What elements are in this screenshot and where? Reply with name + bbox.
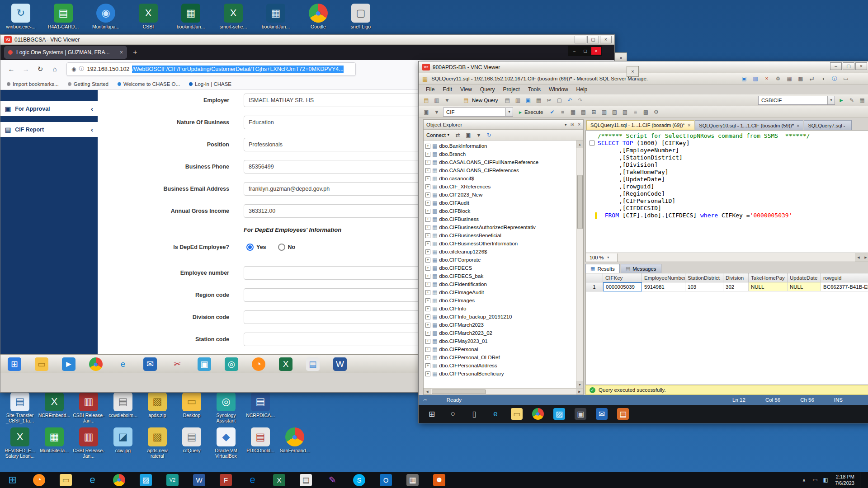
expand-icon[interactable] <box>425 331 430 336</box>
desktop-icon-desktop-folder[interactable]: ▭ Desktop <box>175 392 209 423</box>
desktop-icon-ncrembedd[interactable]: X NCREmbedd... <box>37 392 71 423</box>
object-explorer-item[interactable]: dbo.CIFPersonalBeneficiary <box>425 370 576 378</box>
object-explorer-item[interactable]: dbo.CIF2023_New <box>425 191 576 199</box>
toolbar-icon[interactable]: × <box>763 75 771 83</box>
minimize-button[interactable] <box>570 47 579 55</box>
desktop-icon-site-transfer[interactable]: ▤ Site-Transfer _CBSI_1Ta... <box>3 392 37 423</box>
start-icon[interactable]: ⊞ <box>6 474 19 486</box>
app-icon-blue[interactable]: ▣ <box>198 357 211 371</box>
object-explorer-item[interactable]: dbo.CIFImageAudit <box>425 288 576 296</box>
object-explorer-item[interactable]: dbo.CIFDECS_bak <box>425 272 576 280</box>
notepad-icon[interactable]: ▤ <box>306 357 320 371</box>
expand-icon[interactable] <box>425 355 430 360</box>
expand-icon[interactable] <box>425 282 430 287</box>
field-input[interactable]: Professionals <box>244 138 425 151</box>
app-icon-dark[interactable]: ▣ <box>575 408 586 420</box>
app-grid-icon[interactable]: ▦ <box>406 474 419 486</box>
expand-icon[interactable] <box>425 176 430 181</box>
expand-icon[interactable] <box>425 192 430 197</box>
outlook-icon[interactable]: ✉ <box>143 357 157 371</box>
sidebar-item-cif-report[interactable]: ▤ CIF Report <box>0 122 98 137</box>
word-icon[interactable]: W <box>333 357 347 371</box>
object-explorer-item[interactable]: dbo.casanocif$ <box>425 174 576 183</box>
file-explorer-icon[interactable]: ▭ <box>60 474 72 486</box>
database-combo[interactable]: CIF <box>443 108 513 117</box>
toolbar-icon[interactable]: ▤ <box>579 108 587 116</box>
toolbar-icon[interactable]: ≡ <box>631 108 639 116</box>
close-button[interactable] <box>591 47 601 55</box>
desktop-icon-apds-zip[interactable]: ▧ apds.zip <box>140 392 175 423</box>
toolbar-icon[interactable]: ▥ <box>600 108 608 116</box>
dropdown-arrow-icon[interactable] <box>827 96 835 104</box>
expand-icon[interactable] <box>425 290 430 295</box>
column-header[interactable]: Division <box>723 273 749 282</box>
dock-menu-icon[interactable] <box>565 122 567 127</box>
close-button[interactable] <box>600 36 612 43</box>
chrome-icon[interactable]: ● <box>113 474 125 486</box>
expand-icon[interactable] <box>425 347 430 352</box>
object-explorer-item[interactable]: dbo.CIFIdentification <box>425 280 576 288</box>
radio-yes[interactable] <box>246 244 254 251</box>
column-header[interactable]: CIFKey <box>603 273 642 282</box>
object-explorer-item[interactable]: dbo.CIFMay2023_01 <box>425 337 576 345</box>
field-input[interactable]: 363312.00 <box>244 204 425 218</box>
menu-item[interactable]: Window <box>545 85 572 94</box>
vnc-viewer-icon[interactable]: V2 <box>166 474 179 486</box>
expand-icon[interactable] <box>425 314 430 319</box>
vertical-scrollbar[interactable] <box>576 141 583 388</box>
search-combo[interactable]: CSBICIF <box>758 96 835 105</box>
skype-icon[interactable]: S <box>353 474 365 486</box>
desktop-icon-snell-ligo[interactable]: ▢ snell Ligo <box>343 4 379 29</box>
menu-item[interactable]: View <box>457 85 476 94</box>
toolbar-icon[interactable]: ⓘ <box>830 75 839 83</box>
desktop-icon-ccw-jpg[interactable]: ◪ ccw.jpg <box>106 427 140 459</box>
field-input[interactable]: Education <box>244 116 425 129</box>
expand-icon[interactable] <box>425 266 430 271</box>
desktop-icon-winbox[interactable]: ↻ winbox.exe-... <box>3 4 39 29</box>
internet-explorer-icon[interactable]: e <box>116 357 130 371</box>
vnc1-titlebar[interactable]: V2 011BBGCSA - VNC Viewer <box>0 35 614 45</box>
internet-explorer-icon[interactable]: e <box>490 408 501 420</box>
expand-icon[interactable] <box>425 258 430 263</box>
sql-editor-surface[interactable]: /****** Script for SelectTopNRows comman… <box>585 130 868 253</box>
desktop-icon-pdicdbold[interactable]: ▤ PDICDbold... <box>243 427 278 459</box>
scroll-left-icon[interactable] <box>855 253 862 262</box>
back-icon[interactable] <box>5 63 18 75</box>
object-explorer-item[interactable]: dbo.CIFPersonal_OLDRef <box>425 353 576 361</box>
toolbar-icon[interactable]: ✂ <box>545 96 553 104</box>
object-explorer-item[interactable]: dbo.CIFDECS <box>425 264 576 272</box>
people-icon[interactable]: ☻ <box>433 474 445 486</box>
desktop-icon-virtualbox[interactable]: ◆ Oracle VM VirtualBox <box>209 427 243 459</box>
background-close-button[interactable] <box>627 66 639 77</box>
start-icon[interactable]: ⊞ <box>426 408 438 420</box>
toolbar-icon[interactable]: ◖ <box>819 75 827 83</box>
tray-icon[interactable]: ▭ <box>811 476 819 484</box>
toolbar-icon[interactable]: ▦ <box>569 108 577 116</box>
desktop-icon-r4a1-card[interactable]: ▤ R4A1-CARD... <box>45 4 81 29</box>
column-header[interactable]: StationDistrict <box>685 273 723 282</box>
object-explorer-item[interactable]: dbo.CIFPersonal <box>425 345 576 353</box>
toolbar-icon[interactable]: ▣ <box>740 75 748 83</box>
object-explorer-item[interactable]: dbo.CIFCorporate <box>425 256 576 264</box>
expand-icon[interactable] <box>425 152 430 157</box>
toolbar-icon[interactable]: ▤ <box>504 96 512 104</box>
column-header[interactable]: EmployeeNumber <box>642 273 685 282</box>
expand-icon[interactable] <box>425 160 430 165</box>
toolbar-icon[interactable]: ⇄ <box>808 75 816 83</box>
toolbar-icon[interactable]: ✎ <box>848 96 856 104</box>
object-explorer-item[interactable]: dbo.CIFBusiness <box>425 215 576 223</box>
clock[interactable]: 2:18 PM 7/6/2023 <box>835 474 854 487</box>
toolbar-icon[interactable]: ▼ <box>443 96 451 104</box>
ssms-titlebar[interactable]: SQLQuery11.sql - 192.168.152.102,1671.CI… <box>419 73 868 84</box>
results-tab[interactable]: Results <box>585 264 620 273</box>
word-icon[interactable]: W <box>193 474 205 486</box>
expand-icon[interactable] <box>425 339 430 344</box>
toolbar-icon[interactable]: ▨ <box>621 108 629 116</box>
scrollbar-thumb[interactable] <box>432 389 486 394</box>
toolbar-icon[interactable]: ▧ <box>610 108 618 116</box>
scroll-right-icon[interactable] <box>862 253 868 262</box>
media-player-icon[interactable]: ► <box>62 357 75 371</box>
desktop-icon-apds-new-rateral[interactable]: ▧ apds new rateral <box>140 427 175 459</box>
toolbar-icon[interactable]: ■ <box>558 108 566 116</box>
expand-icon[interactable] <box>425 217 430 222</box>
